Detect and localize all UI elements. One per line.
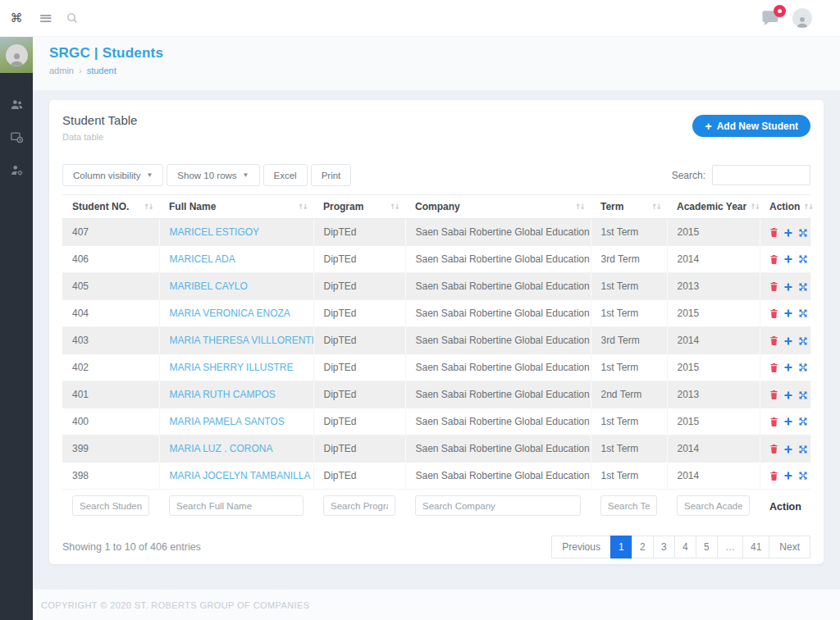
student-name-link[interactable]: MARICEL ADA [170,253,235,265]
add-record-button[interactable] [781,471,796,481]
topbar-actions [761,8,840,28]
move-icon [798,228,808,238]
toolbar-button-show-10-rows[interactable]: Show 10 rows▼ [167,164,259,186]
pagination-next[interactable]: Next [769,536,810,558]
sidebar-nav [0,73,33,177]
column-header-action[interactable]: Action↑↓ [760,195,810,219]
table-search-row: Action [62,490,810,526]
student-name-link[interactable]: MARIA SHERRY ILLUSTRE [170,362,294,373]
move-record-button[interactable] [796,308,810,318]
sidebar-item-user-settings[interactable] [10,163,24,177]
delete-student-button[interactable] [767,362,781,373]
cell-company: Saen Sabai Robertine Global Education [405,463,591,490]
sort-icon: ↑↓ [390,203,399,211]
pagination-previous[interactable]: Previous [551,536,611,558]
student-name-link[interactable]: MARIA THERESA VILLLORENTE [170,335,314,346]
column-search-input-full-name[interactable] [169,495,304,516]
table-search-input[interactable] [712,165,810,185]
pagination-page-5[interactable]: 5 [696,536,718,558]
breadcrumb-page[interactable]: student [87,66,116,75]
move-record-button[interactable] [796,390,810,400]
student-name-link[interactable]: MARIA LUZ . CORONA [170,443,273,454]
table-row: 399MARIA LUZ . CORONADipTEdSaen Sabai Ro… [62,435,810,463]
student-table-card: Student Table Data table + Add New Stude… [49,100,824,564]
move-record-button[interactable] [796,254,810,264]
column-search-input-student-no[interactable] [72,495,149,516]
search-icon[interactable] [66,11,79,25]
delete-student-button[interactable] [767,390,781,400]
delete-student-button[interactable] [767,444,781,454]
column-header-term[interactable]: Term↑↓ [591,195,667,219]
cell-company: Saen Sabai Robertine Global Education [405,273,591,300]
column-search-input-academic-year[interactable] [677,495,750,516]
column-search-input-company[interactable] [415,495,581,516]
add-record-button[interactable] [781,417,796,426]
toolbar-button-excel[interactable]: Excel [263,164,308,186]
cell-term: 1st Term [591,273,667,300]
avatar[interactable] [0,37,33,73]
move-icon [798,362,808,372]
pagination-page-3[interactable]: 3 [653,536,675,558]
student-name-link[interactable]: MARIBEL CAYLO [170,280,248,292]
menu-toggle-button[interactable]: ≡ [39,8,53,28]
delete-student-button[interactable] [767,417,781,427]
student-name-link[interactable]: MARIA JOCELYN TAMBANILLA [170,470,311,481]
add-record-button[interactable] [781,336,796,346]
sidebar-item-students[interactable] [10,98,24,112]
pagination-page-2[interactable]: 2 [632,536,654,558]
cell-actions [760,219,810,246]
move-record-button[interactable] [796,228,810,238]
add-record-button[interactable] [781,254,796,264]
student-name-link[interactable]: MARIA VERONICA ENOZA [170,308,290,319]
column-label: Program [323,201,363,212]
chat-icon[interactable] [761,10,779,26]
column-search-input-program[interactable] [323,495,395,516]
table-body: 407MARICEL ESTIGOYDipTEdSaen Sabai Rober… [62,219,810,490]
move-record-button[interactable] [796,362,810,372]
move-record-button[interactable] [796,282,810,292]
move-record-button[interactable] [796,417,810,426]
add-record-button[interactable] [781,282,796,292]
student-name-link[interactable]: MARIA PAMELA SANTOS [170,416,285,427]
delete-student-button[interactable] [767,471,781,481]
add-record-button[interactable] [781,390,796,400]
toolbar-button-column-visibility[interactable]: Column visibility▼ [62,164,163,186]
delete-student-button[interactable] [767,254,781,265]
column-header-academic-year[interactable]: Academic Year↑↓ [667,195,760,219]
add-new-student-button[interactable]: + Add New Student [692,115,810,137]
move-record-button[interactable] [796,471,810,481]
student-name-link[interactable]: MARIA RUTH CAMPOS [170,389,276,400]
add-record-button[interactable] [781,308,796,318]
add-record-button[interactable] [781,362,796,372]
delete-student-button[interactable] [767,335,781,346]
command-icon[interactable]: ⌘ [0,11,33,25]
breadcrumb-section[interactable]: admin [49,66,74,75]
cell-student-no: 405 [62,273,159,300]
move-record-button[interactable] [796,336,810,346]
add-record-button[interactable] [781,444,796,454]
move-record-button[interactable] [796,444,810,454]
action-footer-label: Action [769,501,801,513]
delete-student-button[interactable] [767,281,781,292]
column-header-student-no[interactable]: Student NO.↑↓ [62,195,159,219]
delete-student-button[interactable] [767,308,781,319]
column-search-input-term[interactable] [600,495,657,516]
pagination-page-41[interactable]: 41 [742,536,769,558]
toolbar-button-print[interactable]: Print [311,164,352,186]
sidebar-item-records[interactable] [10,130,24,144]
delete-student-button[interactable] [767,227,781,238]
card-header: Student Table Data table + Add New Stude… [62,113,810,142]
cell-actions [760,327,810,354]
column-header-program[interactable]: Program↑↓ [313,195,405,219]
search-cell [313,490,405,526]
pagination-page-1[interactable]: 1 [610,536,632,558]
student-name-link[interactable]: MARICEL ESTIGOY [170,226,260,238]
pagination-page-4[interactable]: 4 [674,536,696,558]
toolbar-button-label: Print [322,171,341,180]
column-header-full-name[interactable]: Full Name↑↓ [159,195,313,219]
search-cell [62,490,159,526]
plus-icon [783,282,793,292]
column-header-company[interactable]: Company↑↓ [405,195,591,219]
add-record-button[interactable] [781,228,796,238]
user-icon[interactable] [792,8,812,28]
